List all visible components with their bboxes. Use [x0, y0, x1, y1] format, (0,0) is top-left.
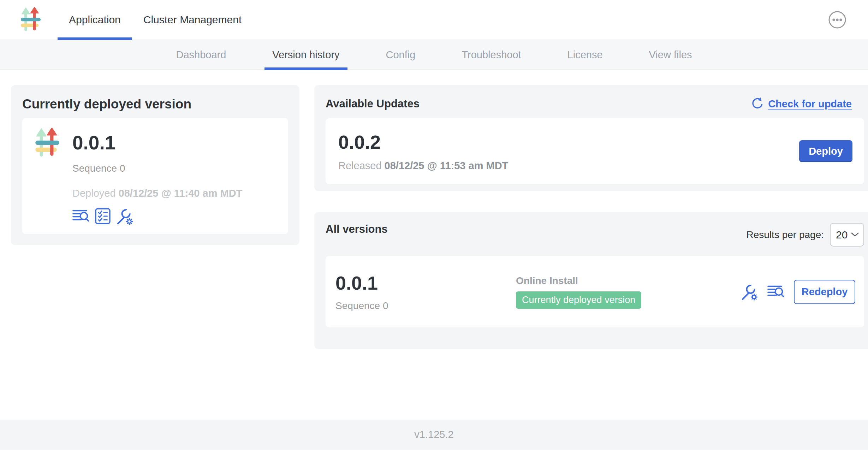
- subnav-view-files-label: View files: [649, 49, 692, 61]
- top-tabs: Application Cluster Management: [58, 0, 253, 40]
- available-updates-header: Available Updates Check for update: [326, 97, 852, 111]
- check-for-update-link[interactable]: Check for update: [750, 97, 852, 111]
- redeploy-button[interactable]: Redeploy: [794, 280, 855, 304]
- deployed-version-card: 0.0.1 Sequence 0 Deployed 08/12/25 @ 11:…: [22, 118, 288, 234]
- chevron-down-icon: [851, 232, 859, 237]
- tab-cluster-management-label: Cluster Management: [143, 14, 242, 26]
- deployed-datetime: 08/12/25 @ 11:40 am MDT: [119, 188, 243, 199]
- top-bar: Application Cluster Management: [0, 0, 868, 40]
- version-row-number: 0.0.1: [335, 272, 516, 294]
- view-logs-icon[interactable]: [767, 283, 784, 300]
- console-version-label: v1.125.2: [414, 429, 453, 440]
- update-details: 0.0.2 Released 08/12/25 @ 11:53 am MDT: [338, 131, 508, 172]
- subnav-dashboard[interactable]: Dashboard: [168, 40, 234, 70]
- deployed-timestamp: Deployed 08/12/25 @ 11:40 am MDT: [72, 188, 242, 199]
- tab-application-label: Application: [69, 14, 121, 26]
- config-icon[interactable]: [741, 283, 758, 300]
- app-logo-icon: [20, 7, 41, 32]
- subnav-dashboard-label: Dashboard: [176, 49, 226, 61]
- subnav-config[interactable]: Config: [378, 40, 423, 70]
- deploy-button[interactable]: Deploy: [799, 140, 852, 162]
- released-label: Released: [338, 160, 382, 171]
- install-type-label: Online Install: [516, 275, 641, 286]
- version-row: 0.0.1 Sequence 0 Online Install Currentl…: [326, 256, 864, 327]
- subnav-license[interactable]: License: [560, 40, 611, 70]
- deployed-sequence: Sequence 0: [72, 163, 242, 174]
- tab-application[interactable]: Application: [58, 0, 132, 40]
- ellipsis-circle-icon: [828, 11, 846, 29]
- version-row-details: 0.0.1 Sequence 0: [335, 272, 516, 312]
- app-subnav: Dashboard Version history Config Trouble…: [0, 40, 868, 70]
- version-row-status: Online Install Currently deployed versio…: [516, 275, 641, 309]
- subnav-license-label: License: [567, 49, 603, 61]
- results-per-page-label: Results per page:: [747, 229, 824, 241]
- subnav-config-label: Config: [386, 49, 416, 61]
- subnav-troubleshoot[interactable]: Troubleshoot: [454, 40, 529, 70]
- released-datetime: 08/12/25 @ 11:53 am MDT: [385, 160, 509, 171]
- subnav-view-files[interactable]: View files: [641, 40, 700, 70]
- all-versions-header: All versions Results per page: 20: [326, 223, 864, 247]
- check-for-update-label: Check for update: [768, 98, 852, 110]
- deployed-label: Deployed: [72, 188, 116, 199]
- deployed-version-number: 0.0.1: [72, 132, 242, 154]
- results-per-page-value: 20: [836, 229, 848, 241]
- preflight-checks-icon[interactable]: [94, 208, 111, 225]
- available-updates-title: Available Updates: [326, 97, 420, 110]
- view-logs-icon[interactable]: [72, 208, 89, 225]
- subnav-version-history[interactable]: Version history: [264, 40, 347, 70]
- subnav-version-history-label: Version history: [272, 49, 339, 61]
- deployed-version-details: 0.0.1 Sequence 0 Deployed 08/12/25 @ 11:…: [72, 128, 242, 234]
- console-footer: v1.125.2: [0, 420, 868, 450]
- deployed-version-actions: [72, 208, 242, 225]
- refresh-icon: [750, 97, 763, 111]
- all-versions-title: All versions: [326, 223, 388, 236]
- results-per-page: Results per page: 20: [747, 223, 864, 247]
- subnav-troubleshoot-label: Troubleshoot: [462, 49, 521, 61]
- update-released-timestamp: Released 08/12/25 @ 11:53 am MDT: [338, 160, 508, 172]
- config-icon[interactable]: [116, 208, 133, 225]
- results-per-page-select[interactable]: 20: [830, 223, 864, 247]
- currently-deployed-badge: Currently deployed version: [516, 291, 641, 309]
- available-updates-card: Available Updates Check for update 0.0.2: [314, 85, 868, 191]
- currently-deployed-card: Currently deployed version 0.0.1 Sequenc…: [11, 85, 299, 245]
- version-row-sequence: Sequence 0: [335, 300, 516, 312]
- version-row-actions: Redeploy: [741, 280, 855, 304]
- update-row: 0.0.2 Released 08/12/25 @ 11:53 am MDT D…: [326, 118, 864, 184]
- all-versions-card: All versions Results per page: 20 0.0.1 …: [314, 212, 868, 349]
- currently-deployed-title: Currently deployed version: [22, 97, 288, 112]
- update-version-number: 0.0.2: [338, 131, 508, 153]
- app-logo-icon: [35, 128, 60, 234]
- admin-console: Application Cluster Management Dashboard…: [0, 0, 868, 450]
- version-history-page: Currently deployed version 0.0.1 Sequenc…: [0, 70, 868, 420]
- more-menu-button[interactable]: [828, 11, 846, 29]
- tab-cluster-management[interactable]: Cluster Management: [132, 0, 253, 40]
